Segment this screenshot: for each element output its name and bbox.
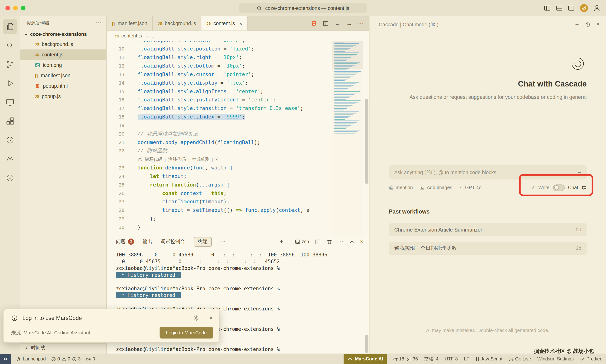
activity-explorer-icon[interactable]	[3, 19, 17, 34]
codelens-action[interactable]: 生成单测	[192, 155, 209, 164]
status--4[interactable]: 空格: 4	[424, 356, 439, 362]
new-terminal-button[interactable]: +	[280, 238, 289, 245]
kill-terminal-icon[interactable]	[327, 239, 332, 244]
command-center-search[interactable]: coze-chrome-extensions — content.js	[239, 3, 367, 13]
tab-content.js[interactable]: JScontent.js×	[201, 16, 248, 30]
code-text: floatingBall.style.bottom = '10px';	[124, 62, 245, 70]
close-panel-icon[interactable]: ×	[360, 238, 364, 245]
status--18-36[interactable]: 行 18, 列 36	[393, 356, 418, 362]
shell-profile-button[interactable]: zsh	[295, 239, 309, 244]
write-chat-toggle[interactable]	[553, 184, 565, 191]
go-forward-icon[interactable]: →	[346, 20, 352, 27]
toggle-panel-icon[interactable]	[556, 4, 563, 11]
maximize-panel-icon[interactable]	[349, 239, 354, 244]
tab-manifest.json[interactable]: {}manifest.json	[107, 16, 153, 30]
chat-input[interactable]	[393, 169, 578, 176]
account-icon[interactable]	[593, 4, 601, 12]
gear-icon[interactable]	[193, 315, 199, 321]
code-editor[interactable]: floatingBall.style.color = 'white';10flo…	[107, 41, 369, 235]
activity-remote-explorer-icon[interactable]	[3, 95, 17, 110]
add-images-button[interactable]: Add images	[419, 185, 452, 190]
file-label: popup.html	[43, 83, 68, 89]
tree-root-folder[interactable]: coze-chrome-extensions	[20, 29, 106, 39]
workflow-label: 帮我实现一个日期处理函数	[394, 245, 457, 252]
activity-extensions-icon[interactable]	[3, 114, 17, 129]
activity-source-control-icon[interactable]	[3, 57, 17, 72]
timeline-section[interactable]: 时间线	[20, 343, 106, 352]
close-window-button[interactable]	[5, 6, 10, 11]
close-toast-icon[interactable]: ×	[209, 314, 213, 321]
line-number: 17	[107, 104, 124, 113]
codelens-action[interactable]: 注释代码	[168, 155, 186, 164]
toggle-secondary-sidebar-icon[interactable]	[568, 4, 575, 11]
split-editor-icon[interactable]	[323, 20, 329, 26]
chevron-right-icon	[24, 346, 29, 351]
remote-indicator[interactable]: ><	[0, 354, 11, 364]
status-lf[interactable]: LF	[464, 356, 469, 362]
file-item-popup.html[interactable]: popup.html	[20, 80, 106, 91]
panel-more-icon[interactable]: ⋯	[338, 239, 344, 245]
codelens-action[interactable]: 解释代码	[144, 155, 162, 164]
editor-more-icon[interactable]: ⋯	[358, 20, 363, 27]
activity-marscode-icon[interactable]	[3, 152, 17, 166]
new-chat-icon[interactable]: +	[575, 21, 579, 28]
tab-background.js[interactable]: JSbackground.js	[153, 16, 201, 30]
activity-search-icon[interactable]	[3, 38, 17, 53]
panel-tab-问题[interactable]: 问题3	[116, 238, 134, 245]
status-windsurf-settings[interactable]: Windsurf Settings	[537, 356, 574, 362]
status-javascript[interactable]: {}JavaScript	[476, 356, 502, 362]
minimap[interactable]	[332, 41, 363, 235]
minimap-slider[interactable]	[332, 41, 363, 69]
file-item-content.js[interactable]: JScontent.js	[20, 49, 106, 60]
status-prettier[interactable]: Prettier	[580, 356, 602, 362]
mention-button[interactable]: @ mention	[389, 185, 413, 190]
status-utf-8[interactable]: UTF-8	[445, 356, 458, 362]
status-marscode-ai[interactable]: MarsCode AI	[344, 354, 387, 364]
breadcrumb[interactable]: JS content.js ...	[107, 31, 369, 41]
close-cascade-icon[interactable]: ×	[596, 21, 600, 28]
panel-tabs-more-icon[interactable]: ⋯	[220, 239, 226, 245]
close-tab-icon[interactable]: ×	[239, 20, 242, 26]
ports-status[interactable]: 0	[86, 356, 95, 362]
file-item-popup.js[interactable]: JSpopup.js	[20, 91, 106, 102]
workflow-item[interactable]: Chrome Extension Article Summarizer2d	[389, 223, 587, 236]
login-marscode-button[interactable]: Login to MarsCode	[160, 327, 213, 339]
panel-tab-输出[interactable]: 输出	[143, 238, 152, 245]
marscode-avatar[interactable]	[580, 3, 588, 12]
panel-tab-终端[interactable]: 终端	[193, 237, 212, 247]
write-label[interactable]: Write	[538, 185, 549, 190]
cascade-header: Cascade | Chat mode (⌘.) + ×	[370, 16, 606, 32]
send-enter-icon[interactable]: ↵	[578, 169, 582, 175]
marscode-codelens[interactable]: 解释代码|注释代码|生成单测|×	[107, 155, 369, 164]
history-icon[interactable]	[585, 21, 590, 27]
line-number: 25	[107, 181, 124, 189]
code-line: 13floatingBall.style.cursor = 'pointer';	[107, 70, 369, 79]
chat-label[interactable]: Chat	[568, 185, 578, 190]
file-item-manifest.json[interactable]: {}manifest.json	[20, 70, 106, 80]
code-line: 21document.body.appendChild(floatingBall…	[107, 138, 369, 147]
go-back-icon[interactable]: ←	[335, 20, 341, 27]
explorer-sidebar: 资源管理器 ⋯ coze-chrome-extensions JSbackgro…	[20, 16, 107, 353]
panel-tab-调试控制台[interactable]: 调试控制台	[161, 238, 185, 245]
zoom-window-button[interactable]	[21, 6, 26, 11]
problems-status[interactable]: 003	[51, 356, 81, 362]
code-line: 29 };	[107, 215, 369, 223]
split-terminal-icon[interactable]	[315, 239, 321, 244]
minimize-window-button[interactable]	[13, 6, 18, 11]
activity-run-debug-icon[interactable]	[3, 76, 17, 91]
codelens-close-icon[interactable]: ×	[215, 155, 218, 164]
terminal-scrollbar[interactable]	[365, 335, 369, 353]
workflow-item[interactable]: 帮我实现一个日期处理函数2d	[389, 242, 587, 255]
model-selector[interactable]: GPT 4o	[459, 185, 482, 190]
html-preview-icon[interactable]	[311, 20, 317, 26]
file-item-background.js[interactable]: JSbackground.js	[20, 39, 106, 50]
file-item-icon.png[interactable]: icon.png	[20, 60, 106, 70]
explorer-more-icon[interactable]: ⋯	[95, 19, 102, 26]
toggle-sidebar-icon[interactable]	[544, 4, 551, 11]
activity-check-icon[interactable]	[3, 171, 17, 185]
status-go-live[interactable]: Go Live	[509, 356, 531, 362]
activity-clock-icon[interactable]	[3, 133, 17, 147]
chat-input-box[interactable]: ↵	[389, 165, 587, 179]
editor-scrollbar[interactable]	[365, 99, 369, 184]
launchpad-status[interactable]: Launchpad	[16, 356, 46, 362]
